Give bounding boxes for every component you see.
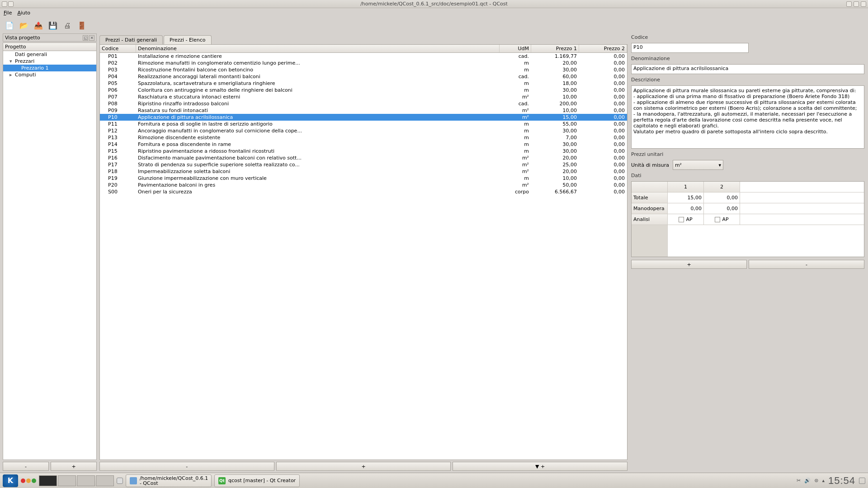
descrizione-textarea[interactable]: Applicazione di pittura murale silossani…: [631, 85, 864, 149]
codice-input[interactable]: P10: [631, 43, 749, 53]
desktop-pager[interactable]: [39, 475, 114, 486]
close-button[interactable]: [861, 1, 866, 7]
table-row[interactable]: P09Rasatura su fondi intonacatim²10,000,…: [100, 107, 627, 114]
task-qcost[interactable]: /home/mickele/QCost_0.6.1- QCost: [126, 474, 212, 487]
table-row[interactable]: P20Pavimentazione balconi in gresm²50,00…: [100, 182, 627, 188]
table-row[interactable]: P04Realizzazione ancoraggi laterali mont…: [100, 73, 627, 80]
manodopera-2[interactable]: 0,00: [704, 203, 740, 214]
prezzi-unitari-label: Prezzi unitari: [631, 151, 864, 157]
project-tree[interactable]: Dati generali ▾Prezzari Prezzario 1 ▸Com…: [3, 51, 96, 460]
table-row[interactable]: P07Raschiatura e stuccatura intonaci est…: [100, 94, 627, 100]
table-row[interactable]: P15Ripristino pavimentazione a ridosso f…: [100, 148, 627, 155]
klipper-icon[interactable]: ✂: [797, 478, 801, 483]
expand-icon[interactable]: ▾: [9, 58, 14, 64]
network-icon[interactable]: ⊚: [814, 478, 818, 483]
maximize-button[interactable]: [854, 1, 859, 7]
table-row[interactable]: P11Fornitura e posa di soglie in lastre …: [100, 121, 627, 127]
col-udm[interactable]: UdM: [500, 45, 531, 52]
price-add-button[interactable]: +: [276, 462, 451, 471]
table-row[interactable]: P03Ricostruzione frontalini balcone con …: [100, 66, 627, 73]
notifier-icon[interactable]: [859, 478, 865, 484]
dati-grid[interactable]: 1 2 Totale 15,00 0,00 Manodopera 0,00 0,…: [631, 181, 864, 257]
new-file-icon[interactable]: 📄: [4, 19, 15, 31]
table-row[interactable]: P10Applicazione di pittura acrilsilossan…: [100, 114, 627, 121]
table-row[interactable]: P17Strato di pendenza su superficie supe…: [100, 161, 627, 168]
desktop-1[interactable]: [39, 475, 57, 486]
table-row[interactable]: P18Impermeabilizzazione soletta balconim…: [100, 168, 627, 175]
show-desktop-icon[interactable]: [117, 478, 123, 484]
table-row[interactable]: P06Coloritura con antiruggine e smalto d…: [100, 87, 627, 94]
col-prezzo2[interactable]: Prezzo 2: [579, 45, 627, 52]
tab-elenco[interactable]: Prezzi - Elenco: [164, 35, 212, 44]
clock[interactable]: 15:54: [828, 475, 855, 487]
table-row[interactable]: P12Ancoraggio manufatti in conglomerato …: [100, 127, 627, 134]
volume-icon[interactable]: 🔊: [804, 478, 811, 483]
table-row[interactable]: P02Rimozione manufatti in conglomerato c…: [100, 60, 627, 66]
table-row[interactable]: P19Giunzione impermeabilizzazione con mu…: [100, 175, 627, 182]
table-row[interactable]: P08Ripristino rinzaffo intradosso balcon…: [100, 100, 627, 107]
analisi-2[interactable]: AP: [704, 214, 740, 225]
table-row[interactable]: P01Installazione e rimozione cantierecad…: [100, 53, 627, 60]
dati-col-1[interactable]: 1: [668, 182, 704, 192]
price-remove-button[interactable]: -: [99, 462, 274, 471]
save-icon[interactable]: 💾: [47, 19, 59, 31]
window-menu-icon[interactable]: [2, 1, 7, 7]
table-row[interactable]: P13Rimozione discendente esistentem7,000…: [100, 134, 627, 141]
kde-start-button[interactable]: K: [3, 474, 18, 487]
unita-misura-combo[interactable]: m² ▾: [673, 160, 723, 170]
tree-item-computi[interactable]: ▸Computi: [3, 71, 96, 78]
menubar: File Aiuto: [0, 8, 868, 17]
tree-add-button[interactable]: +: [51, 462, 97, 471]
codice-label: Codice: [631, 34, 864, 40]
table-row[interactable]: S00Oneri per la sicurezzacorpo6.566,670,…: [100, 188, 627, 195]
price-table[interactable]: Codice Denominazione UdM Prezzo 1 Prezzo…: [99, 44, 627, 460]
totale-1[interactable]: 15,00: [668, 192, 704, 203]
dock-float-icon[interactable]: ◱: [83, 35, 89, 41]
expand-icon[interactable]: ▸: [9, 72, 14, 78]
table-row[interactable]: P14Fornitura e posa discendente in ramem…: [100, 141, 627, 148]
print-icon[interactable]: 🖨: [61, 19, 73, 31]
menu-help[interactable]: Aiuto: [17, 10, 30, 16]
desktop-3[interactable]: [77, 475, 95, 486]
tray-expand-icon[interactable]: ▴: [822, 478, 825, 483]
dock-close-icon[interactable]: ✕: [89, 35, 94, 41]
exit-icon[interactable]: 🚪: [76, 19, 88, 31]
tree-item-prezzario1[interactable]: Prezzario 1: [3, 65, 96, 71]
checkbox-icon[interactable]: [715, 217, 720, 222]
manodopera-1[interactable]: 0,00: [668, 203, 704, 214]
open-file-icon[interactable]: 📂: [18, 19, 30, 31]
checkbox-icon[interactable]: [679, 217, 684, 222]
row-totale: Totale: [632, 192, 668, 203]
tab-dati-generali[interactable]: Prezzi - Dati generali: [99, 35, 163, 44]
dock-title: Vista progetto: [5, 35, 40, 41]
denominazione-label: Denominazione: [631, 56, 864, 61]
col-codice[interactable]: Codice: [100, 45, 136, 52]
tabbar: Prezzi - Dati generali Prezzi - Elenco: [99, 33, 627, 44]
tree-remove-button[interactable]: -: [3, 462, 49, 471]
minimize-button[interactable]: [846, 1, 852, 7]
analisi-1[interactable]: AP: [668, 214, 704, 225]
tree-item-dati-generali[interactable]: Dati generali: [3, 51, 96, 58]
price-add-child-button[interactable]: ▼ +: [453, 462, 627, 471]
dati-add-button[interactable]: +: [631, 260, 747, 269]
denominazione-input[interactable]: Applicazione di pittura acrilsilossanica: [631, 64, 864, 74]
table-row[interactable]: P05Spazzolatura, scartavetratura e smeri…: [100, 80, 627, 87]
tree-item-prezzari[interactable]: ▾Prezzari: [3, 58, 96, 65]
task-qtcreator[interactable]: Qt qcost [master] - Qt Creator: [214, 474, 300, 487]
app-icon: Qt: [218, 477, 226, 484]
dati-remove-button[interactable]: -: [749, 260, 864, 269]
price-table-header: Codice Denominazione UdM Prezzo 1 Prezzo…: [100, 45, 627, 53]
col-prezzo1[interactable]: Prezzo 1: [531, 45, 579, 52]
totale-2[interactable]: 0,00: [704, 192, 740, 203]
desktop-2[interactable]: [58, 475, 76, 486]
row-analisi: Analisi: [632, 214, 668, 225]
dati-col-2[interactable]: 2: [704, 182, 740, 192]
project-header: Progetto: [3, 43, 96, 51]
window-pin-icon[interactable]: [8, 1, 14, 7]
send-icon[interactable]: 📤: [33, 19, 44, 31]
activity-dots[interactable]: [21, 479, 36, 483]
table-row[interactable]: P16Disfacimento manuale pavimentazione b…: [100, 155, 627, 161]
menu-file[interactable]: File: [4, 10, 12, 16]
desktop-4[interactable]: [96, 475, 114, 486]
col-denominazione[interactable]: Denominazione: [136, 45, 500, 52]
